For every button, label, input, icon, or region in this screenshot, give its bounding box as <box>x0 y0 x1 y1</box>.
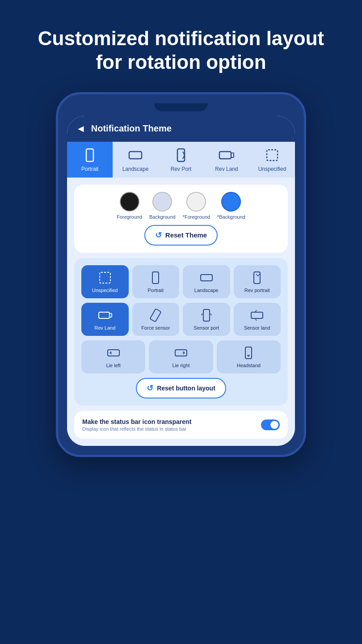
tab-unspecified-label: Unspecified <box>258 166 286 172</box>
scroll-content: Foreground Background *Foreground *Backg… <box>67 178 295 446</box>
orient-rev-portrait-label: Rev portrait <box>244 288 270 293</box>
reset-layout-icon: ↺ <box>147 383 153 393</box>
tab-rev-land-label: Rev Land <box>215 166 238 172</box>
tab-unspecified[interactable]: Unspecified <box>249 142 295 178</box>
svg-rect-3 <box>219 152 231 159</box>
swatch-background[interactable]: Background <box>149 192 176 220</box>
tab-portrait[interactable]: Portrait <box>67 142 113 178</box>
svg-rect-12 <box>150 309 161 322</box>
foreground-alt-label: *Foreground <box>183 214 210 220</box>
orientation-row1: Unspecified Portrait Lands <box>81 265 281 298</box>
tab-landscape-label: Landscape <box>122 166 149 172</box>
orient-landscape-label: Landscape <box>194 288 219 293</box>
svg-rect-14 <box>251 312 263 318</box>
orient-rev-portrait[interactable]: Rev portrait <box>234 265 281 298</box>
svg-rect-2 <box>177 149 185 161</box>
phone-notch <box>154 103 208 111</box>
status-bar-subtitle: Display icon that reflects the status in… <box>82 426 256 432</box>
swatch-foreground[interactable]: Foreground <box>117 192 142 220</box>
swatch-foreground-alt[interactable]: *Foreground <box>183 192 210 220</box>
orientation-row2: Rev Land Force sensor <box>81 303 281 336</box>
orient-headstand[interactable]: Headstand <box>217 340 281 373</box>
svg-rect-9 <box>254 272 260 284</box>
swatch-background-alt[interactable]: *Background <box>217 192 245 220</box>
orientation-row3: Lie left Lie right <box>81 340 281 373</box>
orient-sensor-land-label: Sensor land <box>244 325 270 330</box>
orient-rev-land[interactable]: Rev Land <box>81 303 129 336</box>
svg-rect-8 <box>201 275 212 281</box>
svg-rect-0 <box>86 149 93 161</box>
orient-sensor-port-label: Sensor port <box>194 325 219 330</box>
tab-rev-land[interactable]: Rev Land <box>204 142 249 178</box>
tab-rev-port-label: Rev Port <box>171 166 192 172</box>
orient-sensor-port[interactable]: Sensor port <box>183 303 230 336</box>
status-bar-section: Make the status bar icon transparent Dis… <box>74 411 288 439</box>
toggle-knob <box>270 421 278 429</box>
orient-landscape[interactable]: Landscape <box>183 265 230 298</box>
reset-theme-label: Reset Theme <box>165 231 207 239</box>
svg-rect-7 <box>152 272 159 284</box>
orient-rev-land-label: Rev Land <box>94 325 115 330</box>
rotation-tabs: Portrait Landscape Rev Port <box>67 142 295 178</box>
foreground-label: Foreground <box>117 214 142 220</box>
orient-sensor-land[interactable]: Sensor land <box>234 303 281 336</box>
page-title: Customized notification layout for rotat… <box>0 0 362 92</box>
status-bar-toggle[interactable] <box>261 419 280 430</box>
orient-unspecified-label: Unspecified <box>92 288 118 293</box>
nav-title: Notification Theme <box>91 123 172 134</box>
foreground-alt-circle <box>186 192 206 212</box>
tab-landscape[interactable]: Landscape <box>113 142 158 178</box>
svg-rect-13 <box>203 309 210 321</box>
orient-portrait[interactable]: Portrait <box>132 265 180 298</box>
svg-rect-4 <box>231 153 234 157</box>
reset-theme-button[interactable]: ↺ Reset Theme <box>144 225 218 246</box>
orient-lie-left[interactable]: Lie left <box>81 340 145 373</box>
tab-portrait-label: Portrait <box>81 166 99 172</box>
svg-rect-16 <box>175 350 187 356</box>
background-circle <box>152 192 172 212</box>
orient-headstand-label: Headstand <box>237 363 261 368</box>
tab-rev-port[interactable]: Rev Port <box>158 142 204 178</box>
background-label: Background <box>149 214 176 220</box>
reset-theme-icon: ↺ <box>155 230 162 240</box>
svg-rect-6 <box>100 272 110 283</box>
back-button[interactable]: ◄ <box>76 123 86 135</box>
orient-force-sensor-label: Force sensor <box>141 325 170 330</box>
nav-bar: ◄ Notification Theme <box>67 116 295 142</box>
status-bar-title: Make the status bar icon transparent <box>82 418 256 425</box>
reset-layout-button[interactable]: ↺ Reset button layout <box>136 378 226 398</box>
svg-rect-5 <box>267 150 278 161</box>
color-section: Foreground Background *Foreground *Backg… <box>74 185 288 253</box>
phone-mockup: ◄ Notification Theme Portrait Landscape <box>56 92 306 457</box>
background-alt-label: *Background <box>217 214 245 220</box>
svg-rect-10 <box>99 312 109 318</box>
orient-unspecified[interactable]: Unspecified <box>81 265 129 298</box>
svg-rect-17 <box>245 347 252 359</box>
orient-portrait-label: Portrait <box>148 288 164 293</box>
orient-lie-left-label: Lie left <box>106 363 120 368</box>
orient-force-sensor[interactable]: Force sensor <box>132 303 180 336</box>
phone-screen: ◄ Notification Theme Portrait Landscape <box>67 116 295 446</box>
orient-lie-right[interactable]: Lie right <box>149 340 213 373</box>
orientation-section: Unspecified Portrait Lands <box>74 258 288 406</box>
color-swatches: Foreground Background *Foreground *Backg… <box>117 192 245 220</box>
svg-rect-15 <box>108 350 119 356</box>
reset-layout-label: Reset button layout <box>157 385 215 392</box>
orient-lie-right-label: Lie right <box>172 363 189 368</box>
foreground-circle <box>120 192 139 212</box>
background-alt-circle <box>221 192 241 212</box>
svg-rect-1 <box>129 152 142 159</box>
status-bar-text: Make the status bar icon transparent Dis… <box>82 418 256 432</box>
svg-rect-11 <box>109 314 112 317</box>
